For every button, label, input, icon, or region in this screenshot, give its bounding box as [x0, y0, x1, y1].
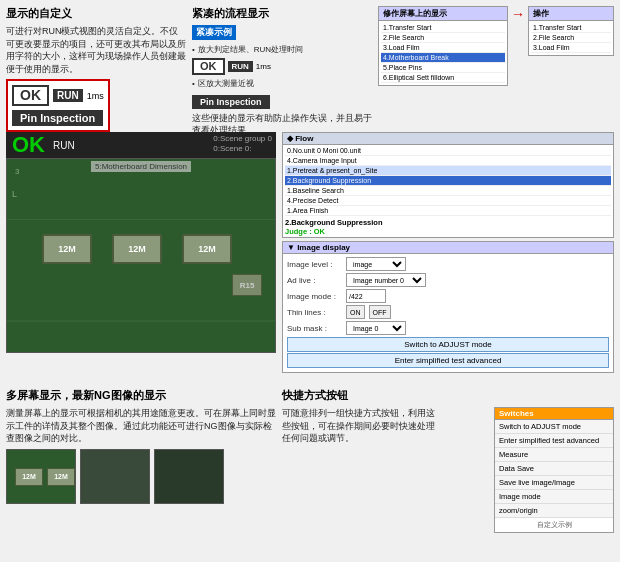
shortcut-panel-title: Switches [495, 408, 613, 420]
shortcut-footer: 自定义示例 [495, 518, 613, 532]
image-display-panel: ▼ Image display Image level : image Ad l… [282, 241, 614, 373]
scene-info: 0:Scene group 0 0:Scene 0: [213, 134, 272, 155]
image-mode-input[interactable] [346, 289, 386, 303]
bottom-left: 多屏幕显示，最新NG图像的显示 测量屏幕上的显示可根据相机的其用途随意更改。可在… [6, 388, 276, 533]
process-panel: 修作屏幕上的显示 1.Transfer Start 2.File Search … [378, 6, 508, 86]
scene-info-1: 0:Scene group 0 [213, 134, 272, 144]
thumbnail-2 [80, 449, 150, 504]
run-status-bar: OK RUN 0:Scene group 0 0:Scene 0: [6, 132, 276, 158]
run-row-1: OK RUN 1ms [12, 85, 104, 106]
process-item-5[interactable]: 6.Elliptical Sett filldown [381, 73, 505, 83]
process-item-4[interactable]: 5.Place Pins [381, 63, 505, 73]
scene-item-2[interactable]: 1.Pretreat & present_on_Site [285, 166, 611, 176]
run-badge: RUN [53, 89, 83, 102]
process-item-1[interactable]: 2.File Search [381, 33, 505, 43]
image-level-label: Image level : [287, 260, 342, 269]
run-display-box: OK RUN 1ms Pin Inspection [6, 79, 110, 132]
scene-flow-title: ◆ Flow [283, 133, 613, 145]
image-panel-title: ▼ Image display [283, 242, 613, 254]
arrow-right-icon: → [511, 6, 525, 22]
top-section: 显示的自定义 可进行对RUN模式视图的灵活自定义。不仅可更改要显示的项目，还可更… [0, 0, 620, 130]
thumbnail-1: 12M 12M [6, 449, 76, 504]
judge-ok-text: Judge : OK [285, 227, 325, 236]
pcb-component-4: R15 [232, 274, 262, 296]
bottom-right: 快捷方式按钮 可随意排列一组快捷方式按钮，利用这些按钮，可在操作期间必要时快速处… [282, 388, 614, 533]
operation-item-2[interactable]: 3.Load Film [531, 43, 611, 53]
process-col: 修作屏幕上的显示 1.Transfer Start 2.File Search … [378, 6, 614, 130]
ok-badge: OK [12, 85, 49, 106]
main-image-area: OK RUN 0:Scene group 0 0:Scene 0: 5:Moth… [6, 132, 276, 382]
thin-lines-off-button[interactable]: OFF [369, 305, 391, 319]
image-panel-content: Image level : image Ad live : Image numb… [283, 254, 613, 372]
pcb-label-l: L [12, 189, 17, 199]
form-row-sub-mask: Sub mask : Image 0 [287, 321, 609, 335]
image-mode-label: Image mode : [287, 292, 342, 301]
flow-display-col: 紧凑的流程显示 紧凑示例 放大判定结果、RUN处理时间 OK RUN 1ms 区… [192, 6, 372, 130]
process-item-0[interactable]: 1.Transfer Start [381, 23, 505, 33]
thumb-comp-2: 12M [47, 468, 75, 486]
camera-label: 5:Motherboard Dimension [91, 161, 191, 172]
operation-panel: 操作 1.Transfer Start 2.File Search 3.Load… [528, 6, 614, 56]
operation-panel-title: 操作 [529, 7, 613, 21]
scene-item-6[interactable]: 1.Area Finish [285, 206, 611, 216]
judge-value: Judge : OK [285, 227, 611, 236]
scene-info-2: 0:Scene 0: [213, 144, 272, 154]
process-item-2[interactable]: 3.Load Film [381, 43, 505, 53]
bottom-section: 多屏幕显示，最新NG图像的显示 测量屏幕上的显示可根据相机的其用途随意更改。可在… [0, 384, 620, 537]
pcb-trace-1 [7, 320, 275, 322]
thin-lines-label: Thin lines : [287, 308, 342, 317]
thin-lines-on-button[interactable]: ON [346, 305, 365, 319]
pcb-component-2: 12M [112, 234, 162, 264]
scene-item-3[interactable]: 2.Background Suppression [285, 176, 611, 186]
sample-ok: OK [192, 58, 225, 75]
thumbnail-3 [154, 449, 224, 504]
sub-mask-label: Sub mask : [287, 324, 342, 333]
pcb-component-3: 12M [182, 234, 232, 264]
ad-live-select[interactable]: Image number 0 [346, 273, 426, 287]
image-level-select[interactable]: image [346, 257, 406, 271]
process-panel-title: 修作屏幕上的显示 [379, 7, 507, 21]
shortcut-btn-6[interactable]: zoom/origin [495, 504, 613, 518]
shortcut-btn-1[interactable]: Enter simplified test advanced [495, 434, 613, 448]
sample-ms: 1ms [256, 62, 271, 71]
form-row-thin-lines: Thin lines : ON OFF [287, 305, 609, 319]
scene-flow-content: 0.No.unit 0 Moni 00.unit 4.Camera Image … [283, 145, 613, 237]
scene-item-0[interactable]: 0.No.unit 0 Moni 00.unit [285, 146, 611, 156]
ok-large: OK [12, 134, 45, 156]
scene-item-1[interactable]: 4.Camera Image Input [285, 156, 611, 166]
switch-adjust-mode-button[interactable]: Switch to ADJUST mode [287, 337, 609, 352]
scene-flow-panel: ◆ Flow 0.No.unit 0 Moni 00.unit 4.Camera… [282, 132, 614, 238]
sample-run-row: OK RUN 1ms [192, 58, 372, 75]
process-item-3[interactable]: 4.Motherboard Break [381, 53, 505, 63]
shortcut-btn-0[interactable]: Switch to ADJUST mode [495, 420, 613, 434]
judge-label: 2.Background Suppression [285, 218, 611, 227]
process-list: 1.Transfer Start 2.File Search 3.Load Fi… [379, 21, 507, 85]
ad-live-label: Ad live : [287, 276, 342, 285]
shortcut-btn-2[interactable]: Measure [495, 448, 613, 462]
shortcut-panel: Switches Switch to ADJUST mode Enter sim… [494, 407, 614, 533]
shortcut-btn-5[interactable]: Image mode [495, 490, 613, 504]
thumb-comp-1: 12M [15, 468, 43, 486]
operation-item-1[interactable]: 2.File Search [531, 33, 611, 43]
ms-text: 1ms [87, 91, 104, 101]
operation-list: 1.Transfer Start 2.File Search 3.Load Fi… [529, 21, 613, 55]
shortcut-btn-4[interactable]: Save live image/Image [495, 476, 613, 490]
operation-item-0[interactable]: 1.Transfer Start [531, 23, 611, 33]
pcb-component-1: 12M [42, 234, 92, 264]
pcb-label-3: 3 [15, 167, 19, 176]
enter-simplified-button[interactable]: Enter simplified test advanced [287, 353, 609, 368]
form-row-image-mode: Image mode : [287, 289, 609, 303]
thumbnail-area: 12M 12M [6, 449, 276, 504]
sub-mask-select[interactable]: Image 0 [346, 321, 406, 335]
scene-item-5[interactable]: 4.Precise Detect [285, 196, 611, 206]
shortcut-btn-3[interactable]: Data Save [495, 462, 613, 476]
sample-run: RUN [228, 61, 253, 72]
scene-item-4[interactable]: 1.Baseline Search [285, 186, 611, 196]
pin-inspection-box: Pin Inspection [12, 110, 103, 126]
multiscreen-body: 测量屏幕上的显示可根据相机的其用途随意更改。可在屏幕上同时显示工件的详情及其整个… [6, 407, 276, 445]
scene-list: 0.No.unit 0 Moni 00.unit 4.Camera Image … [285, 146, 611, 216]
right-panel: ◆ Flow 0.No.unit 0 Moni 00.unit 4.Camera… [282, 132, 614, 382]
display-customization-body: 可进行对RUN模式视图的灵活自定义。不仅可更改要显示的项目，还可更改其布局以及所… [6, 25, 186, 75]
page-container: 显示的自定义 可进行对RUN模式视图的灵活自定义。不仅可更改要显示的项目，还可更… [0, 0, 620, 562]
run-text: RUN [53, 140, 75, 151]
